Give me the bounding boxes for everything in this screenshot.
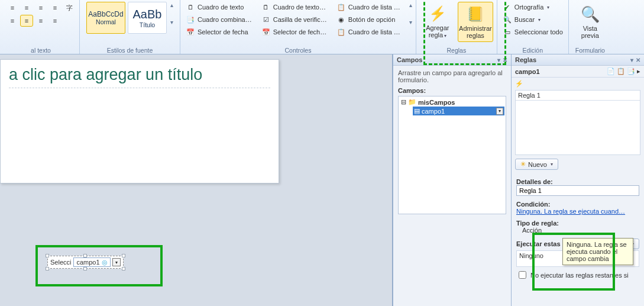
style-title-name: Título <box>140 21 155 28</box>
details-label: Detalles de: <box>516 178 639 185</box>
combo-icon: 📑 <box>186 15 195 24</box>
pane-campos-title: Campos <box>397 56 422 63</box>
ctrl-datepicker2[interactable]: 📅Selector de fech… <box>260 27 329 37</box>
annotation-tooltip-highlight <box>532 233 615 291</box>
group-font-styles-label: Estilos de fuente <box>107 47 153 54</box>
annotation-rules-group-highlight <box>423 0 506 65</box>
details-input[interactable] <box>516 185 639 196</box>
folder-icon: 📁 <box>408 98 416 106</box>
datetime-icon: 📅 <box>261 27 271 37</box>
pin-icon[interactable]: ▾ <box>630 57 633 63</box>
fields-label: Campos: <box>398 87 506 94</box>
style-normal[interactable]: AaBbCcDd Normal <box>86 2 125 34</box>
tree-field-label: campo1 <box>422 108 445 115</box>
btn-new-rule[interactable]: ✳ Nuevo <box>515 159 558 170</box>
collapse-icon[interactable]: ⊟ <box>401 98 406 106</box>
ctrl-listbox2[interactable]: 📋Cuadro de lista … <box>335 27 402 37</box>
ctrl-textbox-rich[interactable]: 🗒Cuadro de texto… <box>260 2 328 12</box>
field-icon: ▤ <box>414 107 420 115</box>
richtext-icon: 🗒 <box>261 2 271 12</box>
tree-field-campo1[interactable]: ▤ campo1 ▾ <box>413 107 504 115</box>
tree-root-label: misCampos <box>418 99 455 106</box>
styles-scroll-up-icon[interactable]: ▴ <box>170 2 173 8</box>
align-top-center[interactable]: ≡ <box>20 2 33 14</box>
condition-link[interactable]: Ninguna. La regla se ejecuta cuand… <box>516 208 625 215</box>
overflow-icon[interactable]: ▸ <box>637 67 640 75</box>
style-title-sample: AaBb <box>133 8 162 21</box>
btn-find[interactable]: 🔍Buscar <box>501 14 542 25</box>
align-left[interactable]: ≡ <box>6 15 19 27</box>
align-top-right[interactable]: ≡ <box>34 2 47 14</box>
style-normal-sample: AaBbCcDd <box>88 10 123 18</box>
btn-select-all[interactable]: ▭Seleccionar todo <box>501 27 565 37</box>
group-align-text: ≡ ≡ ≡ ≡ 字 ≡ ≡ ≡ ≡ al texto <box>2 0 80 54</box>
date-icon: 📅 <box>186 27 195 37</box>
group-editing-label: Edición <box>523 47 543 54</box>
pane-campos-hint: Arrastre un campo para agregarlo al form… <box>398 69 506 83</box>
tree-root[interactable]: ⊟ 📁 misCampos <box>400 98 504 107</box>
checkbox-icon: ☑ <box>261 15 271 24</box>
style-title[interactable]: AaBb Título <box>128 2 167 34</box>
ctrl-option[interactable]: ◉Botón de opción <box>335 14 397 25</box>
rule-target-field: campo1 <box>515 68 540 75</box>
styles-scroll-down-icon[interactable]: ▾ <box>170 19 173 25</box>
design-canvas[interactable]: a clic para agregar un título Selecci ca… <box>0 54 393 306</box>
style-normal-name: Normal <box>96 18 116 25</box>
group-align-text-label: al texto <box>31 47 51 54</box>
close-icon[interactable]: ✕ <box>636 57 640 63</box>
indent-dec-icon[interactable]: 字 <box>63 2 76 14</box>
align-justify[interactable]: ≡ <box>48 15 62 27</box>
pane-reglas-header: Reglas ▾✕ <box>512 54 644 66</box>
preview-icon: 🔍 <box>581 5 600 24</box>
group-controls: 🗒Cuadro de texto 📑Cuadro combina… 📅Selec… <box>180 0 416 54</box>
chk-stop-rules-input[interactable] <box>519 271 526 279</box>
group-font-styles: AaBbCcDd Normal AaBb Título ▴ ▾ Estilos … <box>80 0 180 54</box>
rule-lightning-icon: ⚡ <box>515 80 523 87</box>
btn-preview[interactable]: 🔍 Vista previa <box>572 2 608 42</box>
listbox2-icon: 📋 <box>336 27 346 37</box>
rule-item-1[interactable]: Regla 1 <box>516 91 640 101</box>
new-icon: ✳ <box>520 160 526 168</box>
condition-label: Condición: <box>516 201 639 208</box>
group-form: 🔍 Vista previa Formulario <box>569 0 611 54</box>
ctrl-combo[interactable]: 📑Cuadro combina… <box>184 14 254 25</box>
form-page[interactable]: a clic para agregar un título <box>0 59 279 183</box>
copy-icon[interactable]: 📄 <box>607 67 615 75</box>
ctrl-checkbox[interactable]: ☑Casilla de verific… <box>260 14 329 25</box>
ruletype-label: Tipo de regla: <box>516 220 639 227</box>
ctrl-datepicker[interactable]: 📅Selector de fecha <box>184 27 250 37</box>
group-editing: ✔Ortografía 🔍Buscar ▭Seleccionar todo Ed… <box>497 0 569 54</box>
pane-campos: Campos ▾✕ Arrastre un campo para agregar… <box>393 54 511 306</box>
radio-icon: ◉ <box>336 15 346 24</box>
align-center[interactable]: ≡ <box>20 15 33 27</box>
ctrl-listbox[interactable]: 📋Cuadro de lista … <box>335 2 402 12</box>
paste-icon[interactable]: 📋 <box>617 67 625 75</box>
annotation-dropdown-highlight <box>35 245 163 286</box>
chevron-down-icon[interactable]: ▾ <box>496 108 503 115</box>
textbox-icon: 🗒 <box>186 2 195 12</box>
pane-reglas-title: Reglas <box>515 56 536 63</box>
group-form-label: Formulario <box>575 47 605 54</box>
group-controls-label: Controles <box>284 47 311 54</box>
align-right[interactable]: ≡ <box>34 15 47 27</box>
listbox-icon: 📋 <box>336 2 346 12</box>
more-icon[interactable]: 📑 <box>627 67 635 75</box>
ribbon: ≡ ≡ ≡ ≡ 字 ≡ ≡ ≡ ≡ al texto AaBbCcDd Nor <box>0 0 644 54</box>
align-top-justify[interactable]: ≡ <box>48 2 62 14</box>
btn-spelling[interactable]: ✔Ortografía <box>501 2 552 12</box>
page-title-placeholder[interactable]: a clic para agregar un título <box>9 66 270 88</box>
controls-scroll-up-icon[interactable]: ▴ <box>409 2 412 8</box>
controls-scroll-down-icon[interactable]: ▾ <box>409 19 412 25</box>
ctrl-textbox[interactable]: 🗒Cuadro de texto <box>184 2 245 12</box>
align-top-left[interactable]: ≡ <box>6 2 19 14</box>
